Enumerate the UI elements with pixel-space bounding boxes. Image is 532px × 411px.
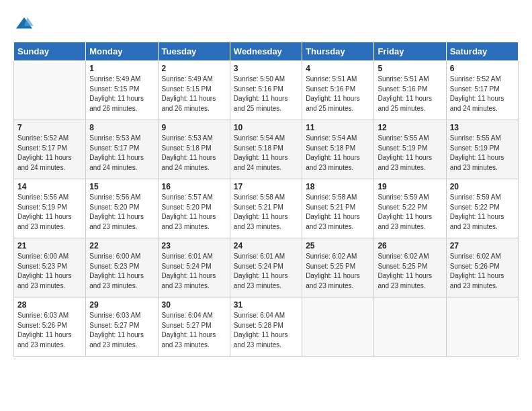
day-info: Sunrise: 5:51 AM Sunset: 5:16 PM Dayligh… (306, 75, 370, 113)
calendar-table: SundayMondayTuesdayWednesdayThursdayFrid… (13, 42, 519, 357)
day-info: Sunrise: 6:02 AM Sunset: 5:25 PM Dayligh… (306, 252, 370, 291)
day-number: 28 (17, 300, 82, 310)
calendar-cell: 10Sunrise: 5:54 AM Sunset: 5:18 PM Dayli… (230, 120, 302, 179)
calendar-cell: 17Sunrise: 5:58 AM Sunset: 5:21 PM Dayli… (230, 179, 302, 238)
calendar-cell: 23Sunrise: 6:01 AM Sunset: 5:24 PM Dayli… (158, 238, 230, 298)
day-info: Sunrise: 6:04 AM Sunset: 5:28 PM Dayligh… (234, 311, 298, 350)
day-info: Sunrise: 6:03 AM Sunset: 5:27 PM Dayligh… (89, 311, 154, 350)
day-number: 9 (162, 123, 226, 132)
calendar-week-2: 7Sunrise: 5:52 AM Sunset: 5:17 PM Daylig… (14, 120, 519, 179)
column-header-tuesday: Tuesday (158, 42, 230, 61)
calendar-week-1: 1Sunrise: 5:49 AM Sunset: 5:15 PM Daylig… (14, 61, 519, 120)
day-info: Sunrise: 6:01 AM Sunset: 5:24 PM Dayligh… (234, 252, 298, 291)
day-info: Sunrise: 5:52 AM Sunset: 5:17 PM Dayligh… (450, 75, 515, 113)
calendar-cell: 24Sunrise: 6:01 AM Sunset: 5:24 PM Dayli… (230, 238, 302, 298)
day-number: 25 (306, 241, 370, 250)
calendar-cell: 13Sunrise: 5:55 AM Sunset: 5:19 PM Dayli… (446, 120, 518, 179)
day-number: 20 (450, 182, 515, 191)
calendar-cell (374, 298, 446, 357)
calendar-cell: 5Sunrise: 5:51 AM Sunset: 5:16 PM Daylig… (374, 61, 446, 120)
day-number: 31 (234, 300, 298, 310)
day-info: Sunrise: 5:59 AM Sunset: 5:22 PM Dayligh… (450, 193, 515, 232)
calendar-cell: 8Sunrise: 5:53 AM Sunset: 5:17 PM Daylig… (86, 120, 158, 179)
calendar-cell: 3Sunrise: 5:50 AM Sunset: 5:16 PM Daylig… (230, 61, 302, 120)
column-header-thursday: Thursday (302, 42, 374, 61)
day-number: 17 (234, 182, 298, 191)
day-info: Sunrise: 5:53 AM Sunset: 5:17 PM Dayligh… (89, 134, 154, 173)
calendar-cell: 19Sunrise: 5:59 AM Sunset: 5:22 PM Dayli… (374, 179, 446, 238)
day-number: 10 (234, 123, 298, 132)
page-header (13, 12, 519, 34)
day-info: Sunrise: 6:00 AM Sunset: 5:23 PM Dayligh… (17, 252, 82, 291)
calendar-cell (14, 61, 86, 120)
calendar-cell: 16Sunrise: 5:57 AM Sunset: 5:20 PM Dayli… (158, 179, 230, 238)
calendar-cell: 6Sunrise: 5:52 AM Sunset: 5:17 PM Daylig… (446, 61, 518, 120)
calendar-cell: 26Sunrise: 6:02 AM Sunset: 5:25 PM Dayli… (374, 238, 446, 298)
calendar-cell: 22Sunrise: 6:00 AM Sunset: 5:23 PM Dayli… (86, 238, 158, 298)
calendar-cell: 30Sunrise: 6:04 AM Sunset: 5:27 PM Dayli… (158, 298, 230, 357)
day-number: 18 (306, 182, 370, 191)
calendar-cell (302, 298, 374, 357)
calendar-cell: 25Sunrise: 6:02 AM Sunset: 5:25 PM Dayli… (302, 238, 374, 298)
day-number: 4 (306, 64, 370, 73)
day-info: Sunrise: 5:55 AM Sunset: 5:19 PM Dayligh… (450, 134, 515, 173)
column-header-sunday: Sunday (14, 42, 86, 61)
page-container: SundayMondayTuesdayWednesdayThursdayFrid… (0, 0, 532, 363)
day-info: Sunrise: 5:51 AM Sunset: 5:16 PM Dayligh… (378, 75, 442, 113)
column-header-saturday: Saturday (446, 42, 518, 61)
day-number: 24 (234, 241, 298, 250)
day-number: 27 (450, 241, 515, 250)
day-info: Sunrise: 6:01 AM Sunset: 5:24 PM Dayligh… (162, 252, 226, 291)
day-info: Sunrise: 5:50 AM Sunset: 5:16 PM Dayligh… (234, 75, 298, 113)
day-number: 29 (89, 300, 154, 310)
day-info: Sunrise: 5:54 AM Sunset: 5:18 PM Dayligh… (306, 134, 370, 173)
day-number: 16 (162, 182, 226, 191)
calendar-cell: 14Sunrise: 5:56 AM Sunset: 5:19 PM Dayli… (14, 179, 86, 238)
day-number: 3 (234, 64, 298, 73)
column-header-wednesday: Wednesday (230, 42, 302, 61)
day-number: 21 (17, 241, 82, 250)
day-number: 5 (378, 64, 442, 73)
day-info: Sunrise: 6:02 AM Sunset: 5:26 PM Dayligh… (450, 252, 515, 291)
day-number: 6 (450, 64, 515, 73)
calendar-cell: 18Sunrise: 5:58 AM Sunset: 5:21 PM Dayli… (302, 179, 374, 238)
calendar-cell: 28Sunrise: 6:03 AM Sunset: 5:26 PM Dayli… (14, 298, 86, 357)
logo-text (13, 15, 34, 34)
day-info: Sunrise: 5:58 AM Sunset: 5:21 PM Dayligh… (306, 193, 370, 232)
calendar-cell: 21Sunrise: 6:00 AM Sunset: 5:23 PM Dayli… (14, 238, 86, 298)
calendar-cell: 7Sunrise: 5:52 AM Sunset: 5:17 PM Daylig… (14, 120, 86, 179)
calendar-cell: 27Sunrise: 6:02 AM Sunset: 5:26 PM Dayli… (446, 238, 518, 298)
day-number: 8 (89, 123, 154, 132)
calendar-cell: 1Sunrise: 5:49 AM Sunset: 5:15 PM Daylig… (86, 61, 158, 120)
day-number: 2 (162, 64, 226, 73)
day-info: Sunrise: 5:59 AM Sunset: 5:22 PM Dayligh… (378, 193, 442, 232)
calendar-cell: 29Sunrise: 6:03 AM Sunset: 5:27 PM Dayli… (86, 298, 158, 357)
day-number: 15 (89, 182, 154, 191)
day-info: Sunrise: 5:58 AM Sunset: 5:21 PM Dayligh… (234, 193, 298, 232)
day-info: Sunrise: 6:03 AM Sunset: 5:26 PM Dayligh… (17, 311, 82, 350)
day-number: 11 (306, 123, 370, 132)
day-info: Sunrise: 5:49 AM Sunset: 5:15 PM Dayligh… (162, 75, 226, 113)
day-number: 7 (17, 123, 82, 132)
calendar-cell: 15Sunrise: 5:56 AM Sunset: 5:20 PM Dayli… (86, 179, 158, 238)
calendar-cell: 20Sunrise: 5:59 AM Sunset: 5:22 PM Dayli… (446, 179, 518, 238)
day-info: Sunrise: 5:55 AM Sunset: 5:19 PM Dayligh… (378, 134, 442, 173)
day-number: 22 (89, 241, 154, 250)
calendar-cell: 31Sunrise: 6:04 AM Sunset: 5:28 PM Dayli… (230, 298, 302, 357)
day-info: Sunrise: 5:49 AM Sunset: 5:15 PM Dayligh… (89, 75, 154, 113)
logo (13, 15, 34, 34)
day-info: Sunrise: 5:52 AM Sunset: 5:17 PM Dayligh… (17, 134, 82, 173)
day-info: Sunrise: 6:02 AM Sunset: 5:25 PM Dayligh… (378, 252, 442, 291)
day-info: Sunrise: 5:57 AM Sunset: 5:20 PM Dayligh… (162, 193, 226, 232)
day-info: Sunrise: 5:54 AM Sunset: 5:18 PM Dayligh… (234, 134, 298, 173)
calendar-cell: 9Sunrise: 5:53 AM Sunset: 5:18 PM Daylig… (158, 120, 230, 179)
day-number: 30 (162, 300, 226, 310)
calendar-cell: 11Sunrise: 5:54 AM Sunset: 5:18 PM Dayli… (302, 120, 374, 179)
column-header-monday: Monday (86, 42, 158, 61)
column-header-friday: Friday (374, 42, 446, 61)
day-number: 23 (162, 241, 226, 250)
day-info: Sunrise: 6:04 AM Sunset: 5:27 PM Dayligh… (162, 311, 226, 350)
calendar-cell (446, 298, 518, 357)
day-info: Sunrise: 5:53 AM Sunset: 5:18 PM Dayligh… (162, 134, 226, 173)
day-number: 12 (378, 123, 442, 132)
